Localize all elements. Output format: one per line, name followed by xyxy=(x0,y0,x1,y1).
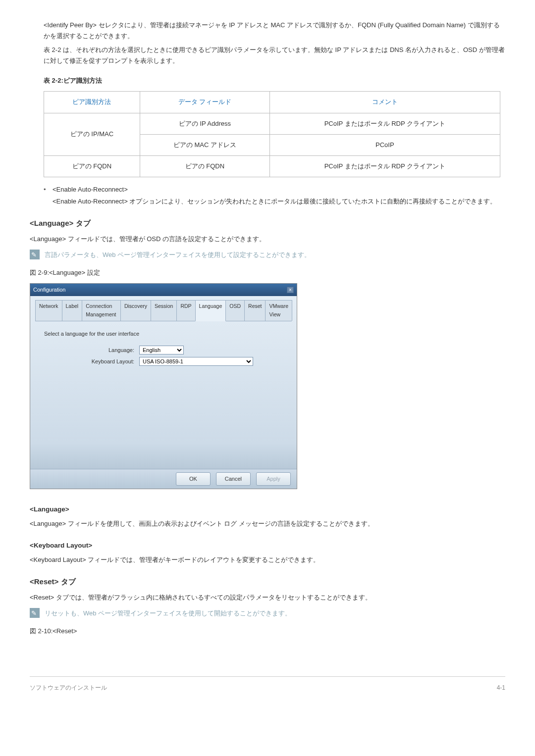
intro-p2: 表 2-2 は、それぞれの方法を選択したときに使用できるピア識別パラメータを示し… xyxy=(44,45,505,66)
reset-desc: <Reset> タブでは、管理者がフラッシュ内に格納されているすべての設定パラメ… xyxy=(30,592,505,603)
footer-right: 4-1 xyxy=(497,683,505,693)
language-desc: <Language> フィールドでは、管理者が OSD の言語を設定することがで… xyxy=(30,234,505,245)
td-ipaddr-comment: PCoIP またはポータル RDP クライアント xyxy=(270,113,500,134)
fig-2-10-caption: 図 2-10:<Reset> xyxy=(30,626,505,637)
peer-table: ピア識別方法 データ フィールド コメント ピアの IP/MAC ピアの IP … xyxy=(44,91,500,177)
apply-button[interactable]: Apply xyxy=(256,472,291,486)
footer-left: ソフトウェアのインストール xyxy=(30,683,107,693)
cancel-button[interactable]: Cancel xyxy=(216,472,251,486)
tab-reset[interactable]: Reset xyxy=(244,300,266,321)
bullet-ear-title: <Enable Auto-Reconnect> xyxy=(53,184,128,195)
language-tab-heading: <Language> タブ xyxy=(30,217,505,230)
reset-note: リセットも、Web ページ管理インターフェイスを使用して開始することができます。 xyxy=(45,608,505,619)
close-icon[interactable]: × xyxy=(287,287,294,293)
keyboard-layout-subheading: <Keyboard Layout> xyxy=(30,540,505,552)
td-ipmac: ピアの IP/MAC xyxy=(44,113,140,155)
td-fqdn-comment: PCoIP またはポータル RDP クライアント xyxy=(270,155,500,177)
td-mac-comment: PCoIP xyxy=(270,134,500,155)
bullet-ear-text: <Enable Auto-Reconnect> オプションにより、セッションが失… xyxy=(53,196,505,207)
fig-2-9-caption: 図 2-9:<Language> 設定 xyxy=(30,267,505,278)
td-ipaddr: ピアの IP Address xyxy=(140,113,269,134)
dialog-tabs: Network Label Connection Management Disc… xyxy=(35,300,292,322)
td-fqdn: ピアの FQDN xyxy=(44,155,140,177)
keyboard-layout-select[interactable]: USA ISO-8859-1 xyxy=(139,357,253,366)
th-field: データ フィールド xyxy=(140,92,269,113)
tab-discovery[interactable]: Discovery xyxy=(120,300,151,321)
note-pencil-icon xyxy=(30,250,40,259)
td-fqdn-field: ピアの FQDN xyxy=(140,155,269,177)
th-comment: コメント xyxy=(270,92,500,113)
reset-tab-heading: <Reset> タブ xyxy=(30,575,505,588)
tab-vmware-view[interactable]: VMware View xyxy=(265,300,292,321)
keyboard-layout-field-label: Keyboard Layout: xyxy=(85,357,139,366)
tab-session[interactable]: Session xyxy=(151,300,177,321)
keyboard-layout-desc: <Keyboard Layout> フィールドでは、管理者がキーボードのレイアウ… xyxy=(30,554,505,565)
tab-osd[interactable]: OSD xyxy=(225,300,245,321)
language-note: 言語パラメータも、Web ページ管理インターフェイスを使用して設定することができ… xyxy=(45,250,505,260)
intro-p1: <Identify Peer By> セレクタにより、管理者は接続マネージャを … xyxy=(44,20,505,42)
th-method: ピア識別方法 xyxy=(44,92,140,113)
ok-button[interactable]: OK xyxy=(176,472,211,486)
footer-divider xyxy=(30,676,505,677)
table-title: 表 2-2:ピア識別方法 xyxy=(44,75,505,86)
language-field-label: Language: xyxy=(85,346,139,355)
configuration-dialog: Configuration × Network Label Connection… xyxy=(30,283,297,489)
note-pencil-icon xyxy=(30,608,40,618)
tab-connection-management[interactable]: Connection Management xyxy=(82,300,121,321)
language-select[interactable]: English xyxy=(139,346,184,354)
dialog-title: Configuration xyxy=(33,285,65,295)
tab-network[interactable]: Network xyxy=(35,300,62,321)
language-sub-desc: <Language> フィールドを使用して、画面上の表示およびイベント ログ メ… xyxy=(30,518,505,529)
td-mac: ピアの MAC アドレス xyxy=(140,134,269,155)
language-subheading: <Language> xyxy=(30,504,505,515)
tab-language[interactable]: Language xyxy=(195,300,226,322)
tab-rdp[interactable]: RDP xyxy=(176,300,195,321)
select-language-label: Select a language for the user interface xyxy=(44,329,292,339)
bullet-dot-icon: • xyxy=(44,184,53,195)
tab-label[interactable]: Label xyxy=(62,300,83,321)
